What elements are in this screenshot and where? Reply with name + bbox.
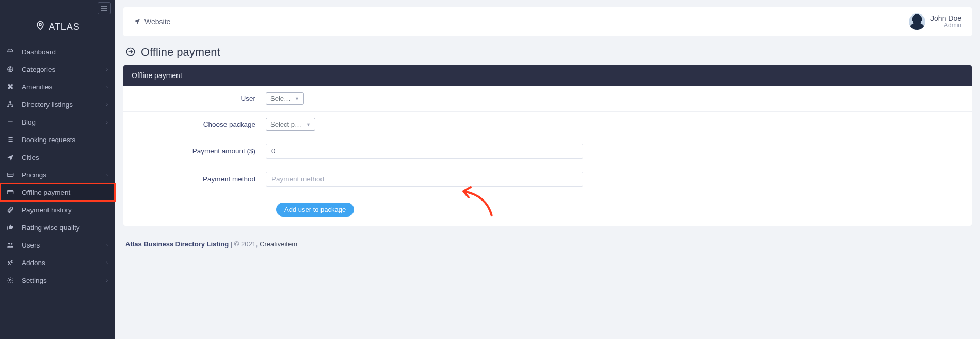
svg-rect-5 [11,106,13,107]
chevron-right-icon: › [106,242,108,248]
sidebar-item-label: Dashboard [22,48,56,56]
users-icon [6,241,14,249]
label-amount: Payment amount ($) [132,147,266,155]
caret-down-icon: ▼ [306,122,311,127]
sidebar-toggle-button[interactable] [98,2,111,14]
sidebar-item-blog[interactable]: Blog › [0,113,115,131]
sidebar-item-booking-requests[interactable]: Booking requests [0,131,115,148]
footer-brand[interactable]: Atlas Business Directory Listing [125,240,229,248]
chevron-right-icon: › [106,278,108,283]
card-icon [6,188,14,196]
sidebar-item-offline-payment[interactable]: Offline payment [0,183,115,201]
sidebar-item-users[interactable]: Users › [0,236,115,254]
sidebar-item-label: Pricings [22,171,46,179]
nav-list: Dashboard Categories › Amenities › Direc… [0,43,115,289]
list-icon [6,118,14,126]
sidebar-item-label: Categories [22,66,55,73]
method-input[interactable] [266,172,583,187]
caret-down-icon: ▼ [295,96,299,101]
svg-point-10 [9,279,11,281]
sidebar-item-label: Rating wise quality [22,224,80,232]
user-menu[interactable]: John Doe Admin [909,13,961,30]
amount-input[interactable] [266,144,583,159]
sidebar-item-label: Settings [22,276,47,284]
website-link[interactable]: Website [134,18,170,26]
label-user: User [132,95,266,102]
chevron-right-icon: › [106,67,108,72]
puzzle-icon [6,83,14,91]
sidebar-item-label: Users [22,241,40,249]
hamburger-icon [101,4,107,12]
user-name: John Doe [930,14,961,22]
package-select-value: Select packa… [270,120,303,128]
brand[interactable]: ATLAS [0,17,115,43]
sidebar-item-label: Payment history [22,206,72,214]
card-icon [6,171,14,179]
chevron-right-icon: › [106,260,108,266]
chevron-right-icon: › [106,119,108,125]
sidebar-item-label: Cities [22,153,39,161]
footer-mid: | © 2021, [229,240,260,248]
svg-rect-4 [7,106,9,107]
svg-point-9 [11,243,12,245]
package-select[interactable]: Select packa… ▼ [266,118,315,131]
sidebar-item-addons[interactable]: x² Addons › [0,254,115,271]
sidebar-item-label: Blog [22,118,36,126]
topbar: Website John Doe Admin [123,7,972,36]
card-header: Offline payment [123,65,972,86]
sidebar-item-dashboard[interactable]: Dashboard [0,43,115,60]
sidebar-item-pricings[interactable]: Pricings › [0,166,115,183]
x2-icon: x² [6,258,14,267]
sidebar-item-settings[interactable]: Settings › [0,271,115,289]
cogs-icon [6,276,14,284]
svg-rect-6 [7,173,13,177]
sidebar-item-label: Booking requests [22,136,75,144]
avatar [909,13,925,30]
sidebar-item-label: Amenities [22,83,52,91]
svg-point-1 [10,51,11,52]
page-title: Offline payment [141,45,220,59]
plane-icon [6,153,14,161]
sidebar-item-label: Offline payment [22,189,70,196]
label-package: Choose package [132,120,266,128]
sidebar-item-amenities[interactable]: Amenities › [0,78,115,96]
location-pin-icon [35,21,45,34]
svg-rect-3 [9,101,11,103]
sitemap-icon [6,100,14,109]
paperclip-icon [6,206,14,214]
circle-arrow-icon [125,47,136,58]
user-select[interactable]: Select u… ▼ [266,92,304,105]
thumb-icon [6,223,14,232]
footer: Atlas Business Directory Listing | © 202… [123,226,972,254]
sidebar-item-categories[interactable]: Categories › [0,60,115,78]
sidebar: ATLAS Dashboard Categories › Amenities ›… [0,0,115,339]
user-select-value: Select u… [270,95,292,102]
sidebar-item-payment-history[interactable]: Payment history [0,201,115,219]
svg-rect-7 [7,191,13,194]
main-content: Website John Doe Admin Offline payment O… [115,0,980,339]
sidebar-item-label: Addons [22,259,45,267]
gauge-icon [6,48,14,56]
tasks-icon [6,135,14,144]
sidebar-item-directory-listings[interactable]: Directory listings › [0,96,115,113]
sidebar-item-rating-wise-quality[interactable]: Rating wise quality [0,219,115,236]
user-role: Admin [930,22,961,29]
chevron-right-icon: › [106,102,108,107]
chevron-right-icon: › [106,84,108,90]
brand-name: ATLAS [49,22,80,33]
globe-icon [6,65,14,73]
card: Offline payment User Select u… ▼ Choose … [123,65,972,226]
svg-point-8 [8,243,10,245]
page-title-row: Offline payment [123,36,972,65]
chevron-right-icon: › [106,172,108,178]
label-method: Payment method [132,175,266,183]
website-label: Website [144,18,170,26]
sidebar-item-cities[interactable]: Cities [0,148,115,166]
add-user-to-package-button[interactable]: Add user to package [276,203,354,217]
footer-credit[interactable]: Creativeitem [260,240,297,248]
sidebar-item-label: Directory listings [22,101,73,109]
svg-point-0 [39,23,41,25]
plane-icon [134,18,140,26]
